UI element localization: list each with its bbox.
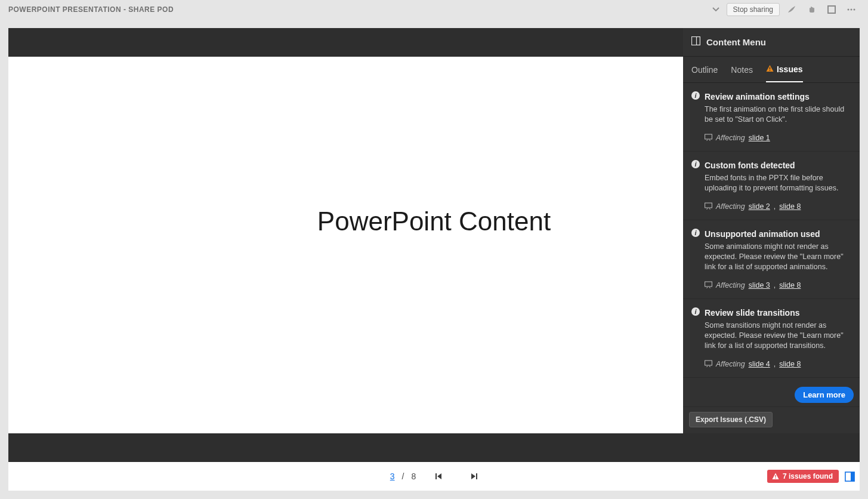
affecting-row: Affecting slide 2, slide 8 (705, 202, 851, 211)
issues-found-badge[interactable]: 7 issues found (767, 470, 839, 483)
slide-link[interactable]: slide 8 (779, 281, 801, 289)
panel-title: Content Menu (706, 37, 766, 47)
tab-outline[interactable]: Outline (691, 57, 718, 82)
issue-title: Unsupported animation used (705, 229, 820, 239)
draw-icon[interactable] (783, 2, 800, 17)
current-page[interactable]: 3 (390, 472, 395, 481)
issues-count-text: 7 issues found (783, 472, 833, 480)
issue-description: Some animations might not render as expe… (705, 242, 851, 272)
affecting-row: Affecting slide 3, slide 8 (705, 281, 851, 290)
last-slide-button[interactable] (469, 472, 478, 480)
panel-tabs: Outline Notes Issues (683, 57, 860, 83)
svg-rect-6 (770, 67, 770, 69)
svg-point-2 (851, 8, 852, 10)
issue-item: iReview slide transitionsSome transition… (683, 299, 860, 378)
svg-rect-0 (828, 6, 835, 13)
title-bar-actions: Stop sharing (709, 2, 860, 17)
svg-rect-5 (697, 37, 700, 45)
issue-description: Embed fonts in the PPTX file before uplo… (705, 173, 851, 193)
fullscreen-icon[interactable] (824, 2, 839, 17)
info-icon: i (691, 307, 700, 316)
stop-sharing-button[interactable]: Stop sharing (727, 3, 780, 16)
pod-title: POWERPOINT PRESENTATION - SHARE POD (8, 5, 174, 14)
svg-rect-15 (775, 478, 776, 478)
export-issues-button[interactable]: Export Issues (.CSV) (689, 412, 773, 427)
slide-bottom-bar (8, 433, 860, 462)
issue-title: Review animation settings (705, 91, 810, 102)
slide-icon (705, 133, 712, 143)
issue-description: Some transitions might not render as exp… (705, 321, 851, 351)
svg-rect-10 (705, 282, 712, 287)
warning-icon (766, 64, 774, 74)
svg-rect-11 (705, 361, 712, 365)
info-icon: i (691, 160, 700, 168)
issue-item: iUnsupported animation usedSome animatio… (683, 220, 860, 299)
issue-title: Review slide transitions (705, 307, 800, 318)
issue-description: The first animation on the first slide s… (705, 104, 851, 125)
panel-icon (691, 36, 700, 48)
svg-rect-8 (705, 134, 712, 139)
affecting-label: Affecting (716, 202, 745, 211)
svg-rect-12 (435, 473, 437, 479)
affecting-label: Affecting (716, 281, 745, 289)
warning-icon (772, 473, 779, 480)
slide-link[interactable]: slide 3 (749, 281, 770, 289)
svg-rect-7 (770, 70, 770, 70)
slide-link[interactable]: slide 8 (779, 202, 801, 211)
tab-issues-label: Issues (777, 64, 803, 74)
slide-link[interactable]: slide 2 (749, 202, 770, 211)
title-bar: POWERPOINT PRESENTATION - SHARE POD Stop… (0, 0, 868, 19)
more-options-icon[interactable] (843, 2, 860, 17)
chevron-down-icon[interactable] (709, 2, 723, 17)
slide-icon (705, 202, 712, 211)
slide-content-text: PowerPoint Content (317, 207, 551, 236)
svg-point-3 (854, 8, 855, 10)
issue-title: Custom fonts detected (705, 160, 795, 171)
slide-link[interactable]: slide 4 (749, 360, 770, 368)
issue-item: iReview animation settingsThe first anim… (683, 83, 860, 152)
svg-rect-9 (705, 203, 712, 208)
content-menu-panel: Content Menu Outline Notes Issues iRevie… (683, 28, 860, 433)
affecting-row: Affecting slide 1 (705, 133, 851, 143)
slide-icon (705, 359, 712, 369)
issue-item: iCustom fonts detectedEmbed fonts in the… (683, 152, 860, 220)
affecting-label: Affecting (716, 134, 745, 142)
affecting-label: Affecting (716, 360, 745, 368)
info-icon: i (691, 91, 700, 100)
total-pages: 8 (411, 472, 416, 481)
toggle-panel-icon[interactable] (845, 472, 855, 482)
svg-rect-13 (476, 473, 477, 479)
content-wrapper: PowerPoint Content Content Menu Outline … (8, 28, 860, 491)
affecting-row: Affecting slide 4, slide 8 (705, 359, 851, 369)
tab-issues[interactable]: Issues (766, 57, 803, 82)
learn-more-button[interactable]: Learn more (795, 387, 854, 403)
slide-link[interactable]: slide 1 (749, 134, 770, 142)
page-separator: / (402, 472, 404, 481)
pagination: 3 / 8 (390, 472, 478, 481)
slide-icon (705, 281, 712, 290)
svg-rect-4 (692, 37, 700, 45)
bottom-bar: 3 / 8 7 issues found (8, 462, 860, 491)
svg-rect-14 (775, 475, 776, 477)
tab-notes[interactable]: Notes (731, 57, 753, 82)
pointer-icon[interactable] (804, 2, 820, 17)
info-icon: i (691, 229, 700, 237)
first-slide-button[interactable] (435, 472, 443, 480)
issues-list[interactable]: iReview animation settingsThe first anim… (683, 83, 860, 383)
svg-point-1 (848, 8, 850, 10)
svg-rect-17 (851, 472, 854, 480)
slide-link[interactable]: slide 8 (779, 360, 801, 368)
